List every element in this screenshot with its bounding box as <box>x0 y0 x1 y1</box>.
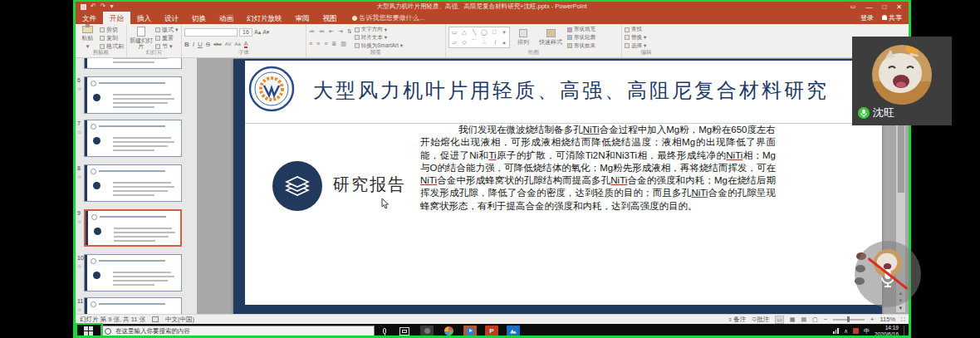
network-icon[interactable] <box>833 328 839 334</box>
tab-视图[interactable]: 视图 <box>316 12 344 24</box>
ribbon-display-options-icon[interactable]: ▭ <box>850 3 856 10</box>
change-case-button[interactable]: Aa <box>234 42 240 47</box>
slide-canvas[interactable]: 大型风力机叶片用轻质、高强、高阻尼复合材料研究 研究报告 我们发现在微波烧结制备… <box>233 59 882 314</box>
zoom-level[interactable]: 115% <box>880 316 895 323</box>
justify-icon[interactable]: ≣ <box>331 41 336 47</box>
copy-button[interactable]: 复制 <box>100 34 124 42</box>
replace-button[interactable]: 替换▾ <box>625 34 646 42</box>
ime-indicator[interactable]: 中 <box>864 327 870 336</box>
slideshow-view-icon[interactable]: ▢ <box>812 316 818 323</box>
task-view-icon[interactable] <box>399 327 409 336</box>
report-icon-circle[interactable] <box>272 161 322 211</box>
tab-审阅[interactable]: 审阅 <box>289 12 316 24</box>
numbering-icon[interactable]: ≕ <box>319 28 325 35</box>
hidden-icons-chevron[interactable]: ∧ <box>844 328 848 335</box>
language-indicator[interactable]: 中文(中国) <box>165 316 194 324</box>
quick-styles-button[interactable]: 快速样式 <box>537 26 565 50</box>
line-spacing-icon[interactable]: ⇅ <box>347 28 352 35</box>
share-button[interactable]: 共享 <box>882 13 902 22</box>
slide-thumbnail-11[interactable]: 11☆ <box>76 297 197 314</box>
thumbnail-slide-preview[interactable] <box>84 209 182 247</box>
tell-me-box[interactable]: 告诉我您想要做什么... <box>344 12 425 24</box>
save-icon[interactable] <box>81 4 86 10</box>
shrink-font-icon[interactable]: A▾ <box>262 29 269 36</box>
bold-button[interactable]: B <box>184 41 189 48</box>
thumbnail-slide-preview[interactable] <box>84 120 182 157</box>
tab-动画[interactable]: 动画 <box>213 12 240 24</box>
dictation-mic-icon[interactable] <box>383 328 386 334</box>
muted-participant-overlay[interactable] <box>855 241 921 307</box>
align-right-icon[interactable]: ≡ <box>324 41 327 47</box>
thumbnail-slide-preview[interactable] <box>84 58 182 69</box>
zoom-out-button[interactable]: − <box>824 316 827 323</box>
shapes-gallery[interactable]: ▭△╲◯□▾ ▱◇⌒☆（▴ <box>448 27 510 48</box>
strikethrough-button[interactable]: S <box>206 41 210 48</box>
thumbnail-slide-preview[interactable] <box>84 254 182 291</box>
reset-button[interactable]: 重置 <box>155 34 179 42</box>
tab-幻灯片放映[interactable]: 幻灯片放映 <box>240 12 289 24</box>
font-size-input[interactable]: 16 <box>239 28 252 37</box>
clear-formatting-button[interactable]: abc <box>213 42 222 47</box>
slide-thumbnail-6[interactable]: 6☆ <box>76 76 197 114</box>
redo-icon[interactable]: ↷ <box>100 3 106 10</box>
slide-thumbnail-9[interactable]: 9☆ <box>76 209 197 247</box>
webcam-overlay[interactable]: 沈旺 <box>852 37 952 125</box>
text-direction-button[interactable]: 文字方向▾ <box>355 26 403 33</box>
bullets-icon[interactable]: ≔ <box>309 28 315 35</box>
slide-number-indicator[interactable]: 幻灯片 第 9 张, 共 11 张 <box>80 316 145 324</box>
thumbnail-slide-preview[interactable] <box>84 164 182 202</box>
undo-icon[interactable]: ↶ <box>91 3 96 10</box>
tab-插入[interactable]: 插入 <box>130 12 158 24</box>
layout-button[interactable]: 版式▾ <box>155 26 179 34</box>
report-label[interactable]: 研究报告 <box>333 174 406 196</box>
minimize-button[interactable]: — <box>865 3 872 11</box>
slide-thumbnail-5[interactable] <box>76 58 197 69</box>
slide-title[interactable]: 大型风力机叶片用轻质、高强、高阻尼复合材料研究 <box>313 77 871 104</box>
normal-view-icon[interactable]: ▭ <box>775 316 784 324</box>
align-text-button[interactable]: 对齐文本▾ <box>355 34 403 42</box>
reading-view-icon[interactable]: ▤ <box>801 316 806 323</box>
maximize-button[interactable]: □ <box>882 3 886 11</box>
slide-thumbnail-8[interactable]: 8☆ <box>76 164 197 202</box>
decrease-indent-icon[interactable]: ⇤ <box>329 28 334 35</box>
thumbnail-slide-preview[interactable] <box>84 76 182 114</box>
slide-sorter-view-icon[interactable]: ▦ <box>790 316 796 323</box>
zoom-slider[interactable] <box>833 319 865 321</box>
tray-app-icon[interactable] <box>853 328 859 334</box>
shape-outline-button[interactable]: 形状轮廓 <box>567 34 595 42</box>
shape-fill-button[interactable]: 形状填充 <box>567 26 595 33</box>
close-button[interactable]: ✕ <box>896 3 902 11</box>
zoom-slider-knob[interactable] <box>847 316 850 322</box>
tab-切换[interactable]: 切换 <box>185 12 213 24</box>
italic-button[interactable]: I <box>193 41 194 48</box>
align-center-icon[interactable]: ≡ <box>316 41 320 47</box>
arrange-button[interactable]: 排列 <box>512 26 534 50</box>
mouse-cursor <box>381 198 390 210</box>
align-left-icon[interactable]: ≡ <box>309 41 312 47</box>
font-name-input[interactable] <box>184 28 238 37</box>
slide-body-text[interactable]: 我们发现在微波烧结制备多孔NiTi合金过程中加入Mg粉，Mg粉在650度左右开始… <box>420 124 776 213</box>
slide-thumbnail-7[interactable]: 7☆ <box>76 120 197 157</box>
slide-thumbnail-10[interactable]: 10☆ <box>76 254 197 291</box>
grow-font-icon[interactable]: A▴ <box>254 29 261 36</box>
zoom-in-button[interactable]: + <box>870 316 874 323</box>
underline-button[interactable]: U <box>198 41 203 48</box>
tab-文件[interactable]: 文件 <box>76 12 103 24</box>
fit-to-window-icon[interactable]: ⛶ <box>901 316 905 323</box>
new-slide-button[interactable]: 新建幻灯片 <box>130 26 153 50</box>
sign-in-button[interactable]: 登录 <box>860 13 874 22</box>
thumbnail-slide-preview[interactable] <box>84 297 182 314</box>
tab-开始[interactable]: 开始 <box>103 12 130 24</box>
paste-button[interactable]: 粘贴▾ <box>78 26 97 50</box>
find-button[interactable]: 查找 <box>625 26 646 33</box>
cut-button[interactable]: 剪切 <box>100 26 124 34</box>
tab-设计[interactable]: 设计 <box>158 12 185 24</box>
columns-icon[interactable]: ▥ <box>341 41 346 47</box>
increase-indent-icon[interactable]: ⇥ <box>338 28 343 35</box>
comments-button[interactable]: 🗨批注 <box>752 316 769 324</box>
character-spacing-button[interactable]: AV <box>225 42 232 47</box>
font-color-button[interactable]: A <box>244 41 248 48</box>
notes-button[interactable]: ≡ 备注 <box>729 316 747 324</box>
spell-check-icon[interactable] <box>152 316 159 322</box>
scroll-down-icon[interactable]: ▼ <box>896 306 905 311</box>
